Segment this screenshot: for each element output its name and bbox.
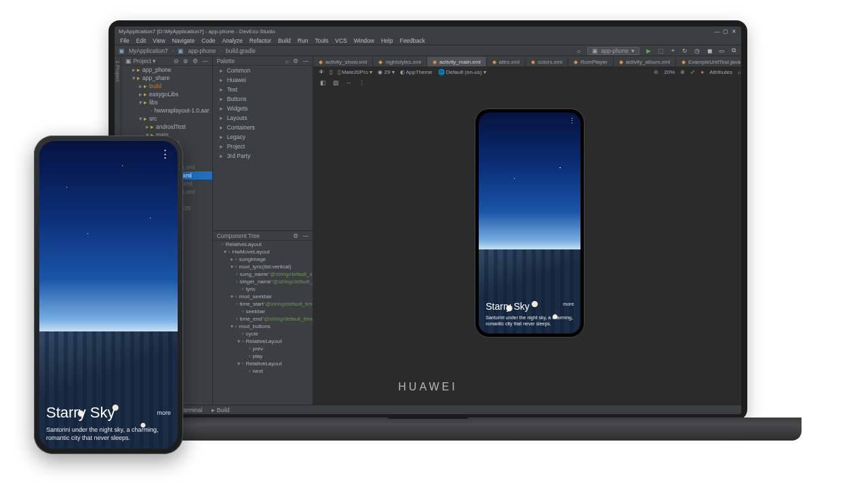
menu-vcs[interactable]: VCS (335, 37, 347, 44)
component-node[interactable]: ▫seekbar (213, 308, 313, 315)
hide-icon[interactable]: — (302, 232, 309, 239)
component-node[interactable]: ▾▫RelativeLayout (213, 338, 313, 345)
menu-view[interactable]: View (153, 37, 165, 44)
overflow-icon[interactable]: ⋮ (160, 148, 170, 160)
component-node[interactable]: ▫song_name "@string/default_s…" (213, 270, 313, 278)
maximize-icon[interactable]: ▢ (722, 28, 729, 35)
search-icon[interactable]: ⌕ (285, 58, 289, 64)
tree-item[interactable]: ▾▸app_share (121, 74, 212, 82)
theme-dropdown[interactable]: ◐ AppTheme (400, 69, 433, 75)
menu-tools[interactable]: Tools (315, 37, 328, 44)
editor-tab[interactable]: ◆ExampleUnitTest.java (676, 57, 741, 66)
gear-icon[interactable]: ⚙ (293, 232, 298, 239)
close-icon[interactable]: ✕ (730, 28, 737, 35)
expand-icon[interactable]: ⊕ (183, 58, 189, 64)
component-node[interactable]: ▫lyric (213, 285, 313, 293)
zoom-fit-icon[interactable]: ⤢ (690, 69, 695, 75)
error-badge-icon[interactable]: ● (701, 69, 704, 75)
menu-code[interactable]: Code (201, 37, 215, 44)
component-node[interactable]: ▫prev (213, 345, 313, 352)
overflow-icon[interactable]: ⋮ (568, 117, 575, 125)
component-node[interactable]: ▾▫mod_seekbar (213, 293, 313, 300)
stop-icon[interactable]: ◼ (706, 47, 713, 54)
zoom-out-icon[interactable]: ⊖ (654, 69, 658, 75)
component-tree[interactable]: ▫RelativeLayout▾▫HwMoveLayout▸▫songImage… (213, 241, 313, 405)
palette-group[interactable]: ▸Widgets (213, 104, 313, 113)
editor-tab[interactable]: ◆activity_show.xml (313, 57, 374, 66)
palette-group[interactable]: ▸3rd Party (213, 151, 313, 161)
design-canvas[interactable]: ⋮ more Starry Sky Santorini under the ni… (313, 87, 741, 405)
palette-group[interactable]: ▸Common (213, 66, 313, 75)
menu-edit[interactable]: Edit (136, 37, 146, 44)
editor-tab[interactable]: ◆activity_album.xml (614, 57, 676, 66)
tree-item[interactable]: ▸▸build (121, 82, 212, 90)
crumb-file[interactable]: build.gradle (226, 47, 256, 54)
locale-dropdown[interactable]: 🌐 Default (en-us) ▾ (438, 69, 486, 75)
eye-icon[interactable]: 👁 (319, 69, 324, 75)
debug-icon[interactable]: ⬚ (657, 47, 664, 54)
component-node[interactable]: ▾▫mod_lyric(list:vertical) (213, 263, 313, 270)
menu-refactor[interactable]: Refactor (250, 37, 271, 44)
orientation-icon[interactable]: ▯ (330, 69, 332, 75)
search-icon[interactable]: ⌕ (738, 69, 741, 75)
menu-feedback[interactable]: Feedback (399, 37, 425, 44)
menu-navigate[interactable]: Navigate (172, 37, 195, 44)
api-dropdown[interactable]: ◉ 29 ▾ (378, 69, 394, 75)
view-mode-icon[interactable]: ◧ (320, 79, 326, 86)
more-link[interactable]: more (563, 302, 574, 306)
menu-file[interactable]: File (120, 37, 130, 44)
palette-group[interactable]: ▸Huawei (213, 75, 313, 85)
editor-tab[interactable]: ◆activity_main.xml (427, 57, 487, 66)
palette-list[interactable]: ▸Common▸Huawei▸Text▸Buttons▸Widgets▸Layo… (213, 66, 313, 230)
hide-icon[interactable]: — (202, 58, 208, 64)
component-node[interactable]: ▾▫mod_buttons (213, 323, 313, 330)
component-node[interactable]: ▫RelativeLayout (213, 241, 313, 248)
component-node[interactable]: ▫cycle (213, 330, 313, 338)
editor-tab[interactable]: ◆nightstyles.xml (373, 57, 427, 66)
attach-icon[interactable]: ＋ (669, 47, 676, 54)
component-node[interactable]: ▸▫songImage (213, 256, 313, 263)
tree-item[interactable]: ▸▸app_phone (121, 66, 212, 74)
bottom-tab[interactable]: ▸ Build (212, 407, 229, 413)
component-node[interactable]: ▫time_start "@string/default_time" (213, 300, 313, 308)
magnet-icon[interactable]: ↔ (346, 79, 352, 86)
tree-item[interactable]: ▾▸libs (121, 98, 212, 106)
menu-analyze[interactable]: Analyze (222, 37, 243, 44)
menu-build[interactable]: Build (278, 37, 291, 44)
run-config-dropdown[interactable]: ▣ app-phone ▾ (587, 47, 639, 55)
crumb-project[interactable]: MyApplication7 (129, 47, 168, 54)
hide-icon[interactable]: — (302, 58, 309, 64)
palette-group[interactable]: ▸Text (213, 85, 313, 94)
gear-icon[interactable]: ⚙ (193, 58, 198, 64)
component-node[interactable]: ▫next (213, 367, 313, 375)
palette-group[interactable]: ▸Legacy (213, 132, 313, 142)
editor-tab[interactable]: ◆attrs.xml (487, 57, 526, 66)
component-node[interactable]: ▾▫HwMoveLayout (213, 248, 313, 256)
tree-item[interactable]: ▾▸src (121, 115, 212, 123)
collapse-icon[interactable]: ⊖ (174, 58, 179, 64)
palette-group[interactable]: ▸Project (213, 142, 313, 151)
gear-icon[interactable]: ⚙ (293, 58, 298, 64)
menu-window[interactable]: Window (354, 37, 374, 44)
blueprint-icon[interactable]: ▨ (333, 79, 339, 86)
device-dropdown[interactable]: ▯ Mate20Pro ▾ (338, 69, 373, 75)
more-link[interactable]: more (157, 409, 171, 416)
menu-help[interactable]: Help (381, 37, 393, 44)
palette-group[interactable]: ▸Buttons (213, 94, 313, 104)
component-node[interactable]: ▾▫RelativeLayout (213, 360, 313, 367)
profile-icon[interactable]: ◷ (694, 47, 701, 54)
component-node[interactable]: ▫play (213, 352, 313, 360)
crumb-module[interactable]: app-phone (188, 47, 216, 54)
palette-group[interactable]: ▸Layouts (213, 113, 313, 123)
minimize-icon[interactable]: — (714, 28, 721, 35)
search-icon[interactable]: ⌕ (575, 47, 582, 54)
menu-run[interactable]: Run (298, 37, 309, 44)
sdk-icon[interactable]: ⧉ (730, 47, 737, 54)
more-icon[interactable]: ⋮ (359, 79, 365, 86)
component-node[interactable]: ▫singer_name "@string/default_…" (213, 278, 313, 285)
zoom-in-icon[interactable]: ⊕ (680, 69, 685, 75)
tree-item[interactable]: ▸▸androidTest (121, 123, 212, 131)
tree-item[interactable]: ·hwwraplayout-1.0.aar (121, 106, 212, 115)
editor-tab[interactable]: ◆colors.xml (526, 57, 568, 66)
tree-item[interactable]: ▸▸easygoLibs (121, 90, 212, 98)
